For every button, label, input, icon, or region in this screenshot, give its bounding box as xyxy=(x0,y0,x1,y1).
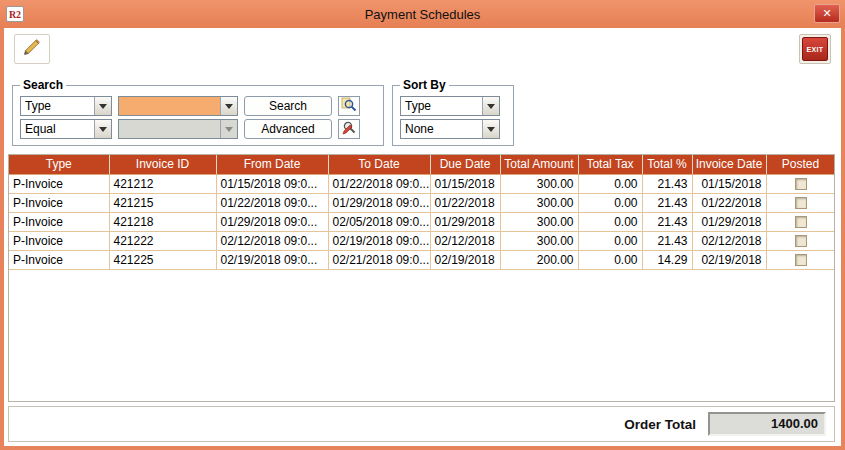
cell-due-date: 01/15/2018 xyxy=(430,174,500,193)
table-row[interactable]: P-Invoice42121801/29/2018 09:0...02/05/2… xyxy=(9,212,835,231)
cell-invoice-date: 02/12/2018 xyxy=(692,231,766,250)
chevron-down-icon xyxy=(482,97,499,115)
app-logo-icon: R2 xyxy=(6,6,24,22)
cell-total-pct: 21.43 xyxy=(642,193,692,212)
cell-total-pct: 21.43 xyxy=(642,231,692,250)
cell-from-date: 01/29/2018 09:0... xyxy=(216,212,328,231)
exit-button[interactable]: EXIT xyxy=(799,34,831,64)
cell-due-date: 02/19/2018 xyxy=(430,250,500,269)
col-invoice-date[interactable]: Invoice Date xyxy=(692,155,766,174)
search-value2-combo xyxy=(118,119,238,139)
cell-invoice-id: 421222 xyxy=(109,231,216,250)
magnifier-icon xyxy=(341,97,357,116)
search-field-combo[interactable]: Type xyxy=(20,96,112,116)
cell-total-amount: 200.00 xyxy=(500,250,578,269)
cell-invoice-date: 01/15/2018 xyxy=(692,174,766,193)
cell-posted xyxy=(766,212,835,231)
cell-invoice-date: 02/19/2018 xyxy=(692,250,766,269)
search-value-combo[interactable] xyxy=(118,96,238,116)
cell-from-date: 01/15/2018 09:0... xyxy=(216,174,328,193)
posted-checkbox[interactable] xyxy=(795,235,807,247)
col-type[interactable]: Type xyxy=(9,155,109,174)
col-from-date[interactable]: From Date xyxy=(216,155,328,174)
cell-invoice-date: 01/29/2018 xyxy=(692,212,766,231)
cell-total-tax: 0.00 xyxy=(578,193,642,212)
posted-checkbox[interactable] xyxy=(795,216,807,228)
cell-invoice-id: 421215 xyxy=(109,193,216,212)
chevron-down-icon xyxy=(220,97,237,115)
chevron-down-icon xyxy=(94,97,111,115)
search-operator-combo[interactable]: Equal xyxy=(20,119,112,139)
cell-to-date: 02/21/2018 09:0... xyxy=(328,250,430,269)
cell-from-date: 01/22/2018 09:0... xyxy=(216,193,328,212)
cell-type: P-Invoice xyxy=(9,193,109,212)
sort-primary-combo[interactable]: Type xyxy=(400,96,500,116)
search-field-value: Type xyxy=(21,97,94,115)
sort-secondary-combo[interactable]: None xyxy=(400,119,500,139)
advanced-find-button[interactable] xyxy=(338,119,360,139)
chevron-down-icon xyxy=(482,120,499,138)
cell-invoice-id: 421218 xyxy=(109,212,216,231)
window-title: Payment Schedules xyxy=(0,7,845,22)
table-body: P-Invoice42121201/15/2018 09:0...01/22/2… xyxy=(9,174,835,269)
cell-type: P-Invoice xyxy=(9,174,109,193)
cell-type: P-Invoice xyxy=(9,250,109,269)
col-invoice-id[interactable]: Invoice ID xyxy=(109,155,216,174)
col-total-amount[interactable]: Total Amount xyxy=(500,155,578,174)
posted-checkbox[interactable] xyxy=(795,197,807,209)
window-content: EXIT Search Type Search xyxy=(4,28,841,446)
cell-total-tax: 0.00 xyxy=(578,212,642,231)
exit-icon: EXIT xyxy=(802,37,828,61)
cell-posted xyxy=(766,231,835,250)
sort-secondary-value: None xyxy=(401,120,482,138)
cell-to-date: 02/05/2018 09:0... xyxy=(328,212,430,231)
search-value2-text xyxy=(119,120,220,138)
close-button[interactable]: ✕ xyxy=(814,4,840,23)
col-total-tax[interactable]: Total Tax xyxy=(578,155,642,174)
cell-due-date: 02/12/2018 xyxy=(430,231,500,250)
cell-from-date: 02/12/2018 09:0... xyxy=(216,231,328,250)
sort-legend: Sort By xyxy=(400,78,449,92)
search-operator-value: Equal xyxy=(21,120,94,138)
cell-type: P-Invoice xyxy=(9,212,109,231)
sort-primary-value: Type xyxy=(401,97,482,115)
col-due-date[interactable]: Due Date xyxy=(430,155,500,174)
schedule-table: Type Invoice ID From Date To Date Due Da… xyxy=(8,154,835,402)
order-total-value: 1400.00 xyxy=(708,412,826,436)
search-legend: Search xyxy=(20,78,66,92)
order-total-label: Order Total xyxy=(624,417,696,432)
table-row[interactable]: P-Invoice42121201/15/2018 09:0...01/22/2… xyxy=(9,174,835,193)
cell-total-amount: 300.00 xyxy=(500,231,578,250)
col-posted[interactable]: Posted xyxy=(766,155,835,174)
cell-invoice-date: 01/22/2018 xyxy=(692,193,766,212)
table-row[interactable]: P-Invoice42121501/22/2018 09:0...01/29/2… xyxy=(9,193,835,212)
cell-due-date: 01/22/2018 xyxy=(430,193,500,212)
advanced-button[interactable]: Advanced xyxy=(244,119,332,139)
posted-checkbox[interactable] xyxy=(795,178,807,190)
titlebar[interactable]: Payment Schedules R2 ✕ xyxy=(0,0,845,28)
cell-total-amount: 300.00 xyxy=(500,212,578,231)
find-button[interactable] xyxy=(338,96,360,116)
cell-from-date: 02/19/2018 09:0... xyxy=(216,250,328,269)
cell-invoice-id: 421225 xyxy=(109,250,216,269)
edit-button[interactable] xyxy=(14,34,50,64)
sort-panel: Sort By Type None xyxy=(392,78,514,146)
cell-due-date: 01/29/2018 xyxy=(430,212,500,231)
posted-checkbox[interactable] xyxy=(795,254,807,266)
table-row[interactable]: P-Invoice42122502/19/2018 09:0...02/21/2… xyxy=(9,250,835,269)
cell-total-pct: 21.43 xyxy=(642,212,692,231)
col-total-pct[interactable]: Total % xyxy=(642,155,692,174)
cell-type: P-Invoice xyxy=(9,231,109,250)
search-button[interactable]: Search xyxy=(244,96,332,116)
cell-to-date: 01/29/2018 09:0... xyxy=(328,193,430,212)
col-to-date[interactable]: To Date xyxy=(328,155,430,174)
chevron-down-icon xyxy=(220,120,237,138)
cell-total-amount: 300.00 xyxy=(500,174,578,193)
search-panel: Search Type Search xyxy=(12,78,384,146)
cell-total-pct: 14.29 xyxy=(642,250,692,269)
cell-posted xyxy=(766,174,835,193)
table-row[interactable]: P-Invoice42122202/12/2018 09:0...02/19/2… xyxy=(9,231,835,250)
cell-invoice-id: 421212 xyxy=(109,174,216,193)
cell-posted xyxy=(766,193,835,212)
cell-total-tax: 0.00 xyxy=(578,250,642,269)
